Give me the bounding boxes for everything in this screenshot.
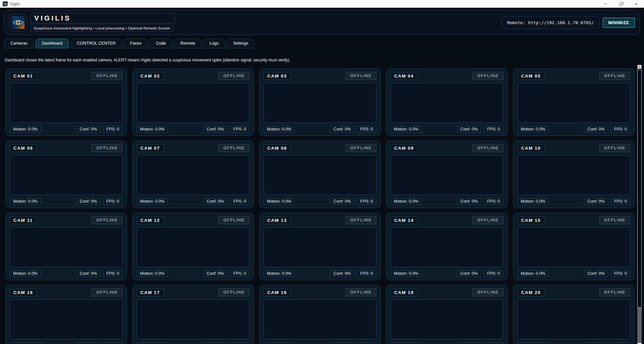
camera-name: CAM 20: [517, 289, 545, 296]
vigilis-eye-icon: [3, 1, 8, 6]
camera-name: CAM 15: [517, 216, 545, 224]
camera-video-frame: [10, 299, 123, 339]
camera-video-frame: [390, 83, 503, 123]
camera-motion-stat: Motion: 0.0%: [264, 198, 295, 205]
camera-fps-stat: FPS: 0: [357, 342, 376, 344]
camera-card: CAM 11 OFFLINE Motion: 0.0% Conf: 0% FPS…: [5, 213, 127, 280]
camera-fps-stat: FPS: 0: [103, 342, 123, 344]
camera-video-frame: [264, 155, 376, 195]
camera-status-badge: OFFLINE: [346, 288, 376, 296]
camera-card: CAM 09 OFFLINE Motion: 0.0% Conf: 0% FPS…: [386, 141, 508, 208]
camera-video-frame: [517, 83, 630, 123]
camera-card: CAM 16 OFFLINE Motion: 0.0% Conf: 0% FPS…: [5, 285, 127, 344]
camera-video-frame: [10, 83, 123, 123]
camera-fps-stat: FPS: 0: [357, 198, 376, 205]
camera-card: CAM 20 OFFLINE Motion: 0.0% Conf: 0% FPS…: [513, 285, 635, 344]
tab-logs[interactable]: Logs: [203, 39, 225, 48]
camera-fps-stat: FPS: 0: [611, 198, 630, 205]
camera-card: CAM 05 OFFLINE Motion: 0.0% Conf: 0% FPS…: [513, 68, 635, 136]
camera-video-frame: [517, 155, 630, 195]
camera-conf-stat: Conf: 0%: [457, 198, 481, 205]
camera-card: CAM 06 OFFLINE Motion: 0.0% Conf: 0% FPS…: [5, 141, 127, 208]
camera-status-badge: OFFLINE: [219, 144, 249, 152]
tab-label: Remote: [180, 41, 195, 46]
tab-label: Settings: [233, 41, 248, 46]
tab-label: Cameras: [10, 41, 28, 46]
camera-name: CAM 08: [264, 144, 291, 152]
camera-motion-stat: Motion: 0.0%: [390, 198, 422, 205]
camera-name: CAM 09: [390, 144, 418, 152]
camera-fps-stat: FPS: 0: [357, 126, 376, 133]
tab-label: Logs: [210, 41, 219, 46]
camera-video-frame: [264, 227, 376, 267]
camera-card: CAM 08 OFFLINE Motion: 0.0% Conf: 0% FPS…: [259, 141, 381, 208]
camera-motion-stat: Motion: 0.0%: [10, 270, 41, 277]
app-title: VIGILIS: [34, 14, 71, 22]
tab-remote[interactable]: Remote: [174, 39, 201, 48]
camera-motion-stat: Motion: 0.0%: [137, 126, 168, 133]
camera-status-badge: OFFLINE: [599, 288, 630, 296]
camera-status-badge: OFFLINE: [92, 216, 123, 224]
tab-control-center[interactable]: CONTROL CENTER: [71, 39, 122, 48]
app-header: VIGILIS Suspicious movement highlighting…: [4, 10, 640, 35]
camera-card: CAM 17 OFFLINE Motion: 0.0% Conf: 0% FPS…: [132, 285, 254, 344]
camera-name: CAM 14: [390, 216, 418, 224]
tab-settings[interactable]: Settings: [227, 39, 255, 48]
tab-faces[interactable]: Faces: [124, 39, 148, 48]
close-icon: ×: [635, 1, 638, 6]
window-restore-button[interactable]: [613, 0, 629, 8]
camera-status-badge: OFFLINE: [346, 72, 376, 80]
camera-motion-stat: Motion: 0.0%: [517, 270, 549, 277]
camera-name: CAM 11: [10, 216, 37, 224]
camera-name: CAM 17: [137, 289, 164, 296]
camera-conf-stat: Conf: 0%: [457, 126, 481, 133]
tab-code[interactable]: Code: [149, 39, 172, 48]
scrollbar-thumb[interactable]: [637, 69, 642, 308]
camera-name: CAM 01: [10, 72, 37, 80]
camera-video-frame: [137, 299, 249, 339]
vertical-scrollbar[interactable]: [637, 65, 642, 344]
camera-conf-stat: Conf: 0%: [330, 270, 354, 277]
camera-fps-stat: FPS: 0: [611, 126, 630, 133]
camera-motion-stat: Motion: 0.0%: [10, 198, 41, 205]
camera-fps-stat: FPS: 0: [103, 126, 123, 133]
minimize-app-button[interactable]: MINIMIZE: [603, 17, 635, 28]
scrollbar-down-button[interactable]: [637, 343, 642, 344]
app-title-box: VIGILIS: [31, 13, 175, 23]
camera-fps-stat: FPS: 0: [484, 342, 503, 344]
window-close-button[interactable]: ×: [629, 0, 644, 8]
window-titlebar[interactable]: Vigilis ×: [0, 0, 644, 8]
camera-status-badge: OFFLINE: [599, 72, 630, 80]
window-minimize-button[interactable]: [598, 0, 613, 8]
window-title: Vigilis: [10, 2, 20, 6]
tab-cameras[interactable]: Cameras: [4, 39, 34, 48]
camera-fps-stat: FPS: 0: [484, 126, 503, 133]
camera-video-frame: [517, 299, 630, 339]
camera-card: CAM 10 OFFLINE Motion: 0.0% Conf: 0% FPS…: [513, 141, 635, 208]
camera-motion-stat: Motion: 0.0%: [264, 270, 295, 277]
camera-card: CAM 15 OFFLINE Motion: 0.0% Conf: 0% FPS…: [513, 213, 635, 280]
app-main: VIGILIS Suspicious movement highlighting…: [0, 10, 644, 344]
app-tagline: Suspicious movement highlighting • Local…: [34, 26, 170, 30]
camera-video-frame: [390, 227, 503, 267]
minimize-icon: [604, 4, 607, 4]
tab-dashboard[interactable]: Dashboard: [36, 39, 69, 48]
camera-card: CAM 14 OFFLINE Motion: 0.0% Conf: 0% FPS…: [386, 213, 508, 280]
camera-card: CAM 03 OFFLINE Motion: 0.0% Conf: 0% FPS…: [259, 68, 381, 136]
camera-conf-stat: Conf: 0%: [584, 270, 608, 277]
camera-conf-stat: Conf: 0%: [584, 198, 608, 205]
camera-status-badge: OFFLINE: [599, 144, 630, 152]
scrollbar-track[interactable]: [637, 308, 642, 343]
camera-name: CAM 16: [10, 289, 37, 296]
camera-motion-stat: Motion: 0.0%: [137, 270, 168, 277]
camera-status-badge: OFFLINE: [472, 72, 503, 80]
camera-card: CAM 07 OFFLINE Motion: 0.0% Conf: 0% FPS…: [132, 141, 254, 208]
camera-conf-stat: Conf: 0%: [330, 342, 354, 344]
tab-label: Dashboard: [42, 41, 62, 46]
app-tagline-box: Suspicious movement highlighting • Local…: [31, 24, 173, 32]
camera-status-badge: OFFLINE: [219, 288, 249, 296]
scrollbar-up-button[interactable]: [637, 65, 642, 69]
tab-label: Faces: [130, 41, 141, 46]
camera-video-frame: [390, 155, 503, 195]
camera-name: CAM 04: [390, 72, 418, 80]
